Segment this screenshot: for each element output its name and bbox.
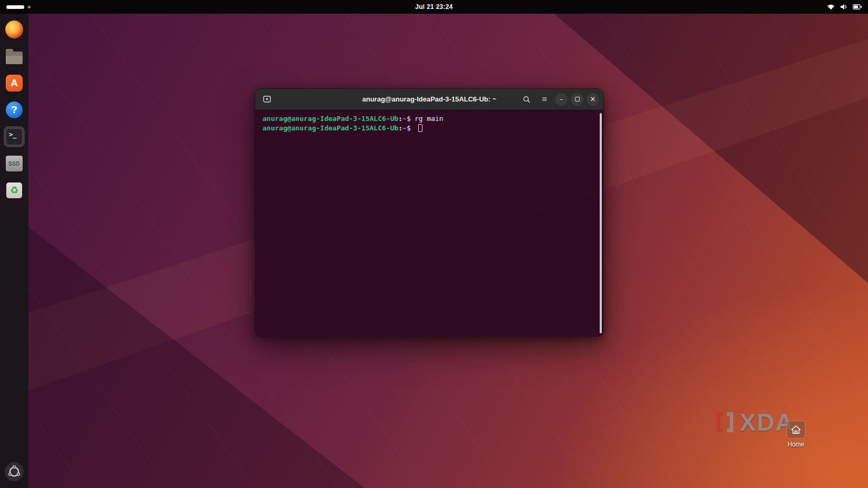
terminal-line: anurag@anurag-IdeaPad-3-15ALC6-Ub:~$ bbox=[263, 124, 596, 133]
prompt-dollar: $ bbox=[407, 124, 411, 132]
home-folder-icon bbox=[786, 421, 805, 439]
terminal-cursor bbox=[418, 124, 422, 132]
menu-button[interactable]: ≡ bbox=[537, 93, 552, 106]
prompt-path: ~ bbox=[402, 115, 407, 123]
dock-item-removable-drive[interactable]: ♻ bbox=[4, 180, 25, 201]
files-folder-icon bbox=[6, 52, 23, 64]
volume-icon[interactable] bbox=[840, 4, 847, 10]
prompt-path: ~ bbox=[402, 124, 407, 132]
prompt-user-host: anurag@anurag-IdeaPad-3-15ALC6-Ub bbox=[263, 124, 398, 132]
home-folder-shortcut[interactable]: Home bbox=[778, 421, 814, 448]
prompt-colon: : bbox=[398, 115, 402, 123]
prompt-user-host: anurag@anurag-IdeaPad-3-15ALC6-Ub bbox=[263, 115, 398, 123]
close-button[interactable]: ✕ bbox=[587, 93, 599, 106]
prompt-dollar: $ bbox=[407, 115, 411, 123]
battery-icon[interactable] bbox=[853, 4, 862, 9]
dock-item-show-apps[interactable] bbox=[4, 461, 25, 482]
maximize-icon bbox=[575, 97, 580, 101]
top-bar: Jul 21 23:24 bbox=[0, 0, 868, 14]
app-center-icon: A bbox=[6, 75, 23, 92]
terminal-header-bar[interactable]: anurag@anurag-IdeaPad-3-15ALC6-Ub: ~ ≡ –… bbox=[255, 89, 603, 110]
dock: A ? >_ SSD ♻ bbox=[0, 14, 28, 488]
minimize-button[interactable]: – bbox=[555, 93, 568, 106]
ssd-drive-icon: SSD bbox=[6, 156, 23, 171]
maximize-button[interactable] bbox=[571, 93, 583, 106]
terminal-output-area[interactable]: anurag@anurag-IdeaPad-3-15ALC6-Ub:~$rg m… bbox=[255, 110, 603, 337]
workspace-pill-active[interactable] bbox=[6, 5, 24, 9]
removable-drive-icon: ♻ bbox=[6, 182, 22, 198]
wifi-icon[interactable] bbox=[827, 4, 835, 10]
dock-item-ssd-drive[interactable]: SSD bbox=[4, 153, 25, 174]
prompt-colon: : bbox=[398, 124, 402, 132]
help-icon: ? bbox=[6, 101, 23, 118]
system-status-area[interactable] bbox=[827, 4, 862, 10]
dock-item-help[interactable]: ? bbox=[4, 99, 25, 120]
dock-item-app-center[interactable]: A bbox=[4, 73, 25, 94]
show-apps-icon bbox=[5, 462, 24, 481]
clock[interactable]: Jul 21 23:24 bbox=[415, 3, 453, 11]
terminal-line: anurag@anurag-IdeaPad-3-15ALC6-Ub:~$rg m… bbox=[263, 114, 596, 124]
dock-item-terminal[interactable]: >_ bbox=[4, 126, 25, 147]
terminal-window-title: anurag@anurag-IdeaPad-3-15ALC6-Ub: ~ bbox=[362, 95, 496, 103]
dock-item-firefox[interactable] bbox=[4, 19, 25, 40]
search-button[interactable] bbox=[519, 93, 534, 106]
dock-item-files[interactable] bbox=[4, 46, 25, 67]
command-text: rg main bbox=[415, 115, 443, 123]
firefox-icon bbox=[5, 21, 23, 38]
terminal-window: anurag@anurag-IdeaPad-3-15ALC6-Ub: ~ ≡ –… bbox=[255, 88, 604, 337]
terminal-icon: >_ bbox=[6, 128, 23, 145]
new-tab-button[interactable] bbox=[259, 93, 274, 106]
workspace-indicator[interactable] bbox=[6, 5, 31, 9]
workspace-dot[interactable] bbox=[28, 6, 31, 8]
home-folder-label: Home bbox=[778, 441, 814, 448]
terminal-scrollbar[interactable] bbox=[600, 113, 602, 333]
